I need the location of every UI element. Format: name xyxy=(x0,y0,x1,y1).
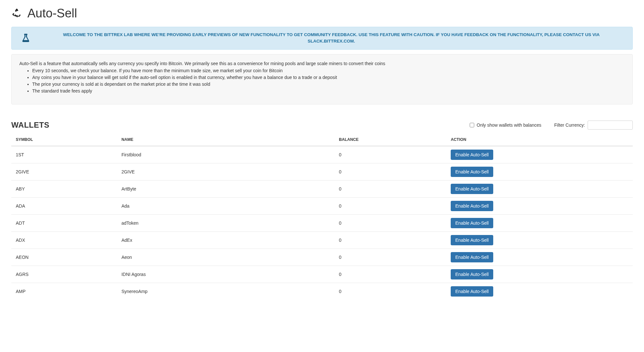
recycle-icon xyxy=(11,7,22,19)
cell-balance: 0 xyxy=(334,163,446,180)
table-row: 2GIVE2GIVE0Enable Auto-Sell xyxy=(11,163,633,180)
col-header-action: ACTION xyxy=(446,133,633,146)
cell-name: Firstblood xyxy=(117,146,334,163)
description-intro: Auto-Sell is a feature that automaticall… xyxy=(19,61,625,66)
enable-auto-sell-button[interactable]: Enable Auto-Sell xyxy=(451,218,493,228)
lab-banner-text-prefix: WELCOME TO THE BITTREX LAB WHERE WE'RE P… xyxy=(63,32,600,37)
filter-currency-label: Filter Currency: xyxy=(554,122,585,128)
wallets-table: SYMBOL NAME BALANCE ACTION 1STFirstblood… xyxy=(11,133,633,300)
cell-action: Enable Auto-Sell xyxy=(446,266,633,283)
cell-balance: 0 xyxy=(334,197,446,214)
lab-banner-link[interactable]: SLACK.BITTREX.COM xyxy=(308,39,354,44)
cell-symbol: 2GIVE xyxy=(11,163,117,180)
cell-name: AdEx xyxy=(117,231,334,249)
only-show-balances-checkbox[interactable] xyxy=(470,123,474,127)
cell-balance: 0 xyxy=(334,180,446,197)
cell-name: SynereoAmp xyxy=(117,283,334,300)
cell-name: Ada xyxy=(117,197,334,214)
enable-auto-sell-button[interactable]: Enable Auto-Sell xyxy=(451,269,493,279)
cell-symbol: ABY xyxy=(11,180,117,197)
cell-action: Enable Auto-Sell xyxy=(446,180,633,197)
cell-balance: 0 xyxy=(334,231,446,249)
cell-balance: 0 xyxy=(334,146,446,163)
page-title-row: Auto-Sell xyxy=(11,6,633,20)
col-header-symbol[interactable]: SYMBOL xyxy=(11,133,117,146)
table-row: ADXAdEx0Enable Auto-Sell xyxy=(11,231,633,249)
cell-symbol: AEON xyxy=(11,249,117,266)
description-bullet: Every 10 seconds, we check your balance.… xyxy=(32,67,625,74)
table-row: ABYArtByte0Enable Auto-Sell xyxy=(11,180,633,197)
table-row: 1STFirstblood0Enable Auto-Sell xyxy=(11,146,633,163)
enable-auto-sell-button[interactable]: Enable Auto-Sell xyxy=(451,150,493,160)
cell-symbol: ADA xyxy=(11,197,117,214)
table-row: AMPSynereoAmp0Enable Auto-Sell xyxy=(11,283,633,300)
lab-banner-text-suffix: . xyxy=(354,39,355,44)
table-row: ADAAda0Enable Auto-Sell xyxy=(11,197,633,214)
table-row: ADTadToken0Enable Auto-Sell xyxy=(11,214,633,231)
table-row: AGRSIDNI Agoras0Enable Auto-Sell xyxy=(11,266,633,283)
cell-symbol: AGRS xyxy=(11,266,117,283)
enable-auto-sell-button[interactable]: Enable Auto-Sell xyxy=(451,201,493,211)
cell-name: Aeon xyxy=(117,249,334,266)
col-header-name[interactable]: NAME xyxy=(117,133,334,146)
cell-balance: 0 xyxy=(334,266,446,283)
cell-balance: 0 xyxy=(334,249,446,266)
wallets-controls: Only show wallets with balances Filter C… xyxy=(470,121,633,130)
cell-symbol: ADT xyxy=(11,214,117,231)
cell-action: Enable Auto-Sell xyxy=(446,249,633,266)
wallets-header-row: WALLETS Only show wallets with balances … xyxy=(11,121,633,130)
enable-auto-sell-button[interactable]: Enable Auto-Sell xyxy=(451,286,493,297)
cell-symbol: AMP xyxy=(11,283,117,300)
description-bullet: The price your currency is sold at is de… xyxy=(32,81,625,88)
enable-auto-sell-button[interactable]: Enable Auto-Sell xyxy=(451,184,493,194)
wallets-table-header-row: SYMBOL NAME BALANCE ACTION xyxy=(11,133,633,146)
wallets-section-title: WALLETS xyxy=(11,121,49,130)
only-show-balances-label: Only show wallets with balances xyxy=(477,122,542,128)
cell-symbol: 1ST xyxy=(11,146,117,163)
cell-name: adToken xyxy=(117,214,334,231)
cell-action: Enable Auto-Sell xyxy=(446,197,633,214)
table-row: AEONAeon0Enable Auto-Sell xyxy=(11,249,633,266)
description-bullet: The standard trade fees apply xyxy=(32,88,625,94)
cell-symbol: ADX xyxy=(11,231,117,249)
description-panel: Auto-Sell is a feature that automaticall… xyxy=(11,54,633,104)
enable-auto-sell-button[interactable]: Enable Auto-Sell xyxy=(451,235,493,245)
enable-auto-sell-button[interactable]: Enable Auto-Sell xyxy=(451,167,493,177)
cell-name: ArtByte xyxy=(117,180,334,197)
description-bullet: Any coins you have in your balance will … xyxy=(32,74,625,81)
only-show-balances-wrap[interactable]: Only show wallets with balances xyxy=(470,122,542,128)
lab-banner-text: WELCOME TO THE BITTREX LAB WHERE WE'RE P… xyxy=(40,32,623,45)
cell-balance: 0 xyxy=(334,214,446,231)
description-bullet-list: Every 10 seconds, we check your balance.… xyxy=(19,67,625,94)
filter-currency-wrap: Filter Currency: xyxy=(554,121,633,130)
cell-balance: 0 xyxy=(334,283,446,300)
cell-action: Enable Auto-Sell xyxy=(446,146,633,163)
col-header-balance[interactable]: BALANCE xyxy=(334,133,446,146)
cell-action: Enable Auto-Sell xyxy=(446,214,633,231)
page-title: Auto-Sell xyxy=(27,6,77,20)
cell-action: Enable Auto-Sell xyxy=(446,231,633,249)
filter-currency-input[interactable] xyxy=(588,121,633,130)
cell-action: Enable Auto-Sell xyxy=(446,283,633,300)
cell-action: Enable Auto-Sell xyxy=(446,163,633,180)
flask-icon xyxy=(21,33,30,43)
lab-banner: WELCOME TO THE BITTREX LAB WHERE WE'RE P… xyxy=(11,27,633,50)
cell-name: 2GIVE xyxy=(117,163,334,180)
enable-auto-sell-button[interactable]: Enable Auto-Sell xyxy=(451,252,493,262)
cell-name: IDNI Agoras xyxy=(117,266,334,283)
